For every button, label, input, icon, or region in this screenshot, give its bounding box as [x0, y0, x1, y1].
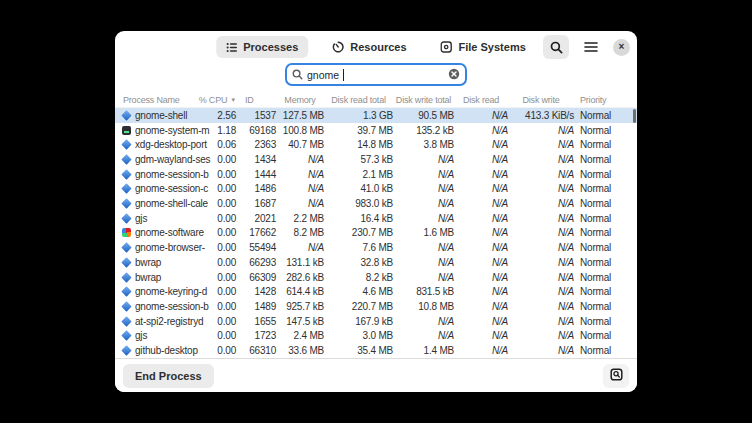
priority-value: Normal — [574, 301, 637, 312]
app-icon — [121, 272, 131, 282]
table-row[interactable]: gnome-session-c 0.00 1486 N/A 41.0 kB N/… — [115, 182, 637, 197]
disk-read-total-value: 8.2 kB — [324, 272, 393, 283]
column-header-disk-write[interactable]: Disk write — [508, 95, 574, 105]
memory-value: N/A — [276, 242, 324, 253]
cpu-value: 0.00 — [211, 286, 236, 297]
column-header-disk-read-total[interactable]: Disk read total — [324, 95, 393, 105]
disk-write-value: N/A — [508, 154, 574, 165]
table-row[interactable]: gjs 0.00 2021 2.2 MB 16.4 kB N/A N/A N/A… — [115, 211, 637, 226]
cpu-value: 0.00 — [211, 242, 236, 253]
disk-write-total-value: N/A — [393, 198, 454, 209]
disk-read-value: N/A — [454, 330, 508, 341]
disk-read-total-value: 4.6 MB — [324, 286, 393, 297]
disk-read-total-value: 983.0 kB — [324, 198, 393, 209]
app-icon — [121, 198, 131, 208]
disk-read-value: N/A — [454, 198, 508, 209]
disk-write-value: N/A — [508, 139, 574, 150]
software-icon — [122, 228, 131, 237]
process-name: gjs — [135, 330, 147, 341]
table-row[interactable]: gnome-keyring-d 0.00 1428 614.4 kB 4.6 M… — [115, 284, 637, 299]
table-row[interactable]: gnome-session-b 0.00 1444 N/A 2.1 MB N/A… — [115, 167, 637, 182]
disk-write-value: N/A — [508, 301, 574, 312]
disk-write-total-value: N/A — [393, 213, 454, 224]
scrollbar-thumb[interactable] — [633, 109, 636, 123]
disk-read-total-value: 41.0 kB — [324, 183, 393, 194]
menu-button[interactable] — [578, 35, 604, 59]
column-header-disk-write-total[interactable]: Disk write total — [393, 95, 454, 105]
tab-filesystems[interactable]: File Systems — [431, 36, 536, 58]
cpu-value: 0.00 — [211, 213, 236, 224]
tab-processes[interactable]: Processes — [216, 36, 308, 58]
app-icon — [121, 154, 131, 164]
table-row[interactable]: gjs 0.00 1723 2.4 MB 3.0 MB N/A N/A N/A … — [115, 329, 637, 344]
priority-value: Normal — [574, 169, 637, 180]
disk-write-total-value: 1.6 MB — [393, 227, 454, 238]
priority-value: Normal — [574, 330, 637, 341]
table-row[interactable]: xdg-desktop-port 0.06 2363 40.7 MB 14.8 … — [115, 137, 637, 152]
cpu-value: 0.00 — [211, 301, 236, 312]
clear-search-icon[interactable] — [448, 66, 460, 84]
column-header-process-name[interactable]: Process Name — [115, 95, 185, 105]
table-row[interactable]: gnome-software 0.00 17662 8.2 MB 230.7 M… — [115, 226, 637, 241]
cpu-value: 0.00 — [211, 198, 236, 209]
disk-write-total-value: N/A — [393, 154, 454, 165]
table-row[interactable]: bwrap 0.00 66293 131.1 kB 32.8 kB N/A N/… — [115, 255, 637, 270]
process-name: bwrap — [135, 272, 161, 283]
disk-write-value: N/A — [508, 125, 574, 136]
disk-read-value: N/A — [454, 154, 508, 165]
disk-write-value: N/A — [508, 227, 574, 238]
search-input[interactable]: gnome — [285, 63, 467, 86]
table-row[interactable]: bwrap 0.00 66309 282.6 kB 8.2 kB N/A N/A… — [115, 270, 637, 285]
disk-read-total-value: 220.7 MB — [324, 301, 393, 312]
priority-value: Normal — [574, 286, 637, 297]
app-icon — [121, 301, 131, 311]
pid-value: 2021 — [236, 213, 276, 224]
table-row[interactable]: gnome-system-m 1.18 69168 100.8 MB 39.7 … — [115, 123, 637, 138]
process-name: gnome-session-c — [135, 183, 208, 194]
table-row[interactable]: gdm-wayland-ses 0.00 1434 N/A 57.3 kB N/… — [115, 152, 637, 167]
disk-write-value: N/A — [508, 257, 574, 268]
table-row[interactable]: at-spi2-registryd 0.00 1655 147.5 kB 167… — [115, 314, 637, 329]
pid-value: 69168 — [236, 125, 276, 136]
memory-value: N/A — [276, 198, 324, 209]
cpu-value: 0.00 — [211, 227, 236, 238]
memory-value: 2.4 MB — [276, 330, 324, 341]
end-process-button[interactable]: End Process — [123, 364, 214, 388]
app-icon — [121, 169, 131, 179]
disk-read-value: N/A — [454, 316, 508, 327]
table-row[interactable]: gnome-browser- 0.00 55494 N/A 7.6 MB N/A… — [115, 240, 637, 255]
table-row[interactable]: gnome-shell 2.56 1537 127.5 MB 1.3 GB 90… — [115, 108, 637, 123]
disk-write-total-value: 831.5 kB — [393, 286, 454, 297]
memory-value: 925.7 kB — [276, 301, 324, 312]
disk-write-value: 413.3 KiB/s — [508, 110, 574, 121]
table-row[interactable]: gnome-session-b 0.00 1489 925.7 kB 220.7… — [115, 299, 637, 314]
close-button[interactable]: × — [613, 39, 630, 56]
column-header-disk-read[interactable]: Disk read — [454, 95, 508, 105]
pid-value: 1486 — [236, 183, 276, 194]
column-header-id[interactable]: ID — [236, 95, 276, 105]
column-header-priority[interactable]: Priority — [574, 95, 637, 105]
process-name: gnome-shell — [135, 110, 187, 121]
cpu-value: 0.00 — [211, 272, 236, 283]
pid-value: 1723 — [236, 330, 276, 341]
table-row[interactable]: github-desktop 0.00 66310 33.6 MB 35.4 M… — [115, 343, 637, 358]
disk-read-total-value: 39.7 MB — [324, 125, 393, 136]
disk-write-total-value: N/A — [393, 242, 454, 253]
resources-gauge-icon — [332, 41, 344, 53]
disk-read-total-value: 57.3 kB — [324, 154, 393, 165]
process-properties-button[interactable] — [603, 364, 629, 388]
disk-write-total-value: 10.8 MB — [393, 301, 454, 312]
pid-value: 1655 — [236, 316, 276, 327]
column-header-cpu[interactable]: % CPU ▼ — [185, 95, 236, 105]
table-row[interactable]: gnome-shell-cale 0.00 1687 N/A 983.0 kB … — [115, 196, 637, 211]
priority-value: Normal — [574, 198, 637, 209]
search-button[interactable] — [543, 35, 569, 59]
disk-write-value: N/A — [508, 169, 574, 180]
system-monitor-icon — [122, 126, 131, 135]
tab-resources[interactable]: Resources — [322, 36, 416, 58]
priority-value: Normal — [574, 125, 637, 136]
pid-value: 1444 — [236, 169, 276, 180]
disk-write-value: N/A — [508, 242, 574, 253]
column-header-memory[interactable]: Memory — [276, 95, 324, 105]
disk-read-total-value: 16.4 kB — [324, 213, 393, 224]
